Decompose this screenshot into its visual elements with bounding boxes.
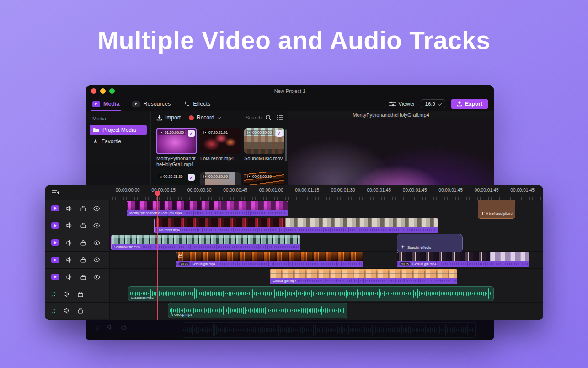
video-icon bbox=[160, 131, 163, 134]
playhead-line[interactable] bbox=[157, 194, 158, 320]
viewer-button[interactable]: Viewer bbox=[389, 101, 415, 107]
tab-resources-label: Resources bbox=[143, 101, 171, 107]
video-icon bbox=[247, 131, 251, 134]
clip-gladiator[interactable]: Gladiator.mp3 bbox=[128, 286, 494, 301]
record-icon bbox=[189, 115, 194, 120]
text-tool-icon: T bbox=[481, 211, 484, 216]
sidebar-item-project-media[interactable]: Project Media bbox=[90, 125, 147, 135]
music-note-icon: ♫ bbox=[160, 175, 162, 178]
minimize-window-button[interactable] bbox=[100, 88, 106, 94]
tab-resources[interactable]: Resources bbox=[132, 97, 171, 111]
aspect-ratio-dropdown[interactable]: 16:9 bbox=[421, 99, 445, 108]
resources-tab-icon bbox=[132, 101, 140, 107]
clip-genius-2[interactable]: x0.75 Genius girl.mp4 bbox=[397, 252, 529, 267]
clip-monty[interactable]: MontyPythonandtheHolyGrail.mp4 bbox=[127, 201, 288, 216]
duration-badge: 00:03:00:30 bbox=[246, 174, 273, 179]
speed-badge: x0.75 bbox=[179, 262, 190, 266]
media-item-name: Lola rennt.mp4 bbox=[200, 156, 241, 162]
media-thumbnail-soundmusic[interactable]: 00:00:30:00 ✓ bbox=[244, 128, 284, 154]
zoom-window-button[interactable] bbox=[109, 88, 115, 94]
tab-media[interactable]: Media bbox=[92, 97, 119, 111]
clip-genius-3[interactable]: Genius girl.mp4 bbox=[270, 269, 457, 284]
fx-clip-label: Special effects bbox=[407, 245, 431, 249]
checkbox-checked[interactable]: ✓ bbox=[188, 130, 195, 137]
speed-badge: x0.75 bbox=[400, 262, 411, 266]
import-icon bbox=[156, 115, 162, 121]
media-item[interactable]: 01:30:00:00 ✓ MontyPythonandtheHolyGrail… bbox=[156, 128, 197, 168]
clip-agroup[interactable]: A-Group.mp3 bbox=[168, 303, 347, 318]
viewer-button-label: Viewer bbox=[398, 101, 415, 107]
hero-title: Multiple Video and Audio Tracks bbox=[0, 26, 588, 55]
duration-badge: 00:00:30:00 bbox=[246, 130, 273, 135]
search-input[interactable]: Search bbox=[246, 115, 262, 120]
window-title: New Project 1 bbox=[274, 88, 305, 94]
dimmed-playhead-line bbox=[158, 320, 158, 340]
text-clip-label: A brief description of the bbox=[486, 212, 514, 215]
clip-genius-1[interactable]: x0.75 Genius girl.mp4 bbox=[176, 252, 363, 267]
duration-badge: ♫ 00:20:21:30 bbox=[158, 174, 184, 179]
scrollbar[interactable] bbox=[285, 129, 287, 161]
top-right-controls: Viewer 16:9 Export bbox=[389, 97, 488, 111]
music-note-icon: ♫ bbox=[95, 324, 100, 330]
media-thumbnail-lola[interactable]: 07:20:21:01 bbox=[200, 128, 241, 154]
video-icon bbox=[247, 175, 251, 178]
dimmed-audio-clip bbox=[183, 322, 476, 338]
lock-icon bbox=[178, 254, 182, 258]
sparkle-icon bbox=[401, 245, 405, 249]
star-icon: ★ bbox=[93, 139, 98, 144]
chevron-down-icon bbox=[438, 101, 442, 106]
import-button-label: Import bbox=[165, 114, 181, 121]
preview-title: MontyPythonandtheHolyGrail.mp4 bbox=[288, 111, 494, 119]
dimmed-app-timeline: ♫ bbox=[86, 320, 494, 340]
media-item-name: SoundMusic.mov bbox=[244, 156, 284, 162]
clip-special-effects[interactable]: Special effects bbox=[397, 234, 463, 253]
duration-badge: 01:30:00:00 bbox=[158, 130, 185, 135]
close-window-button[interactable] bbox=[91, 88, 96, 94]
media-item-name: MontyPythonandtheHolyGrail.mp4 bbox=[156, 156, 197, 168]
media-thumbnail-monty[interactable]: 01:30:00:00 ✓ bbox=[156, 128, 197, 154]
dimmed-track-icons: ♫ bbox=[95, 324, 126, 330]
export-upload-icon bbox=[457, 101, 462, 107]
checkbox-checked[interactable]: ✓ bbox=[188, 174, 195, 181]
timeline-clips: MontyPythonandtheHolyGrail.mp4 T A brief… bbox=[45, 185, 543, 320]
export-button[interactable]: Export bbox=[451, 99, 488, 109]
video-icon bbox=[203, 131, 207, 134]
marketing-banner: Multiple Video and Audio Tracks New Proj… bbox=[0, 0, 588, 368]
tab-effects[interactable]: Effects bbox=[183, 97, 210, 111]
media-item[interactable]: 07:20:21:01 Lola rennt.mp4 bbox=[200, 128, 241, 168]
checkbox-checked[interactable]: ✓ bbox=[276, 130, 283, 137]
record-label: Record bbox=[197, 114, 214, 121]
video-icon bbox=[203, 175, 207, 178]
export-button-label: Export bbox=[465, 101, 482, 107]
lock-icon bbox=[121, 324, 126, 330]
sidebar-header: Media bbox=[90, 115, 147, 125]
list-view-icon[interactable] bbox=[277, 115, 283, 120]
clip-soundmusic[interactable]: SoundMusic.mov bbox=[111, 235, 300, 250]
media-tab-icon bbox=[92, 101, 100, 107]
clip-text[interactable]: T A brief description of the bbox=[478, 200, 515, 219]
clip-lola[interactable]: Lola rennt.mp4 bbox=[154, 218, 438, 233]
window-titlebar: New Project 1 bbox=[86, 85, 494, 97]
aspect-ratio-value: 16:9 bbox=[425, 101, 435, 107]
record-dropdown[interactable]: Record bbox=[189, 114, 220, 121]
sidebar-item-favorite[interactable]: ★ Favortie bbox=[90, 136, 147, 146]
media-toolbar: Import Record Search bbox=[151, 111, 288, 124]
effects-tab-icon bbox=[183, 101, 190, 107]
traffic-lights bbox=[91, 88, 115, 94]
import-button[interactable]: Import bbox=[156, 114, 181, 121]
duration-badge: 00:00:30:00 bbox=[202, 174, 229, 179]
sidebar-item-label: Favortie bbox=[102, 138, 121, 145]
timeline-panel: 00:00:00:00 00:00:00:15 00:00:00:30 00:0… bbox=[45, 185, 543, 320]
main-tabbar: Media Resources Effects Viewer bbox=[86, 97, 494, 111]
speaker-icon bbox=[107, 324, 114, 330]
chevron-down-icon bbox=[217, 115, 221, 119]
tab-effects-label: Effects bbox=[193, 101, 210, 107]
media-item[interactable]: 00:00:30:00 ✓ SoundMusic.mov bbox=[244, 128, 284, 168]
duration-badge: 07:20:21:01 bbox=[202, 130, 229, 135]
tab-media-label: Media bbox=[103, 101, 119, 107]
sidebar-item-label: Project Media bbox=[102, 127, 136, 133]
search-icon[interactable] bbox=[265, 114, 272, 121]
viewer-filter-icon bbox=[389, 101, 396, 107]
search-box[interactable]: Search bbox=[246, 114, 272, 121]
folder-icon bbox=[93, 128, 99, 133]
